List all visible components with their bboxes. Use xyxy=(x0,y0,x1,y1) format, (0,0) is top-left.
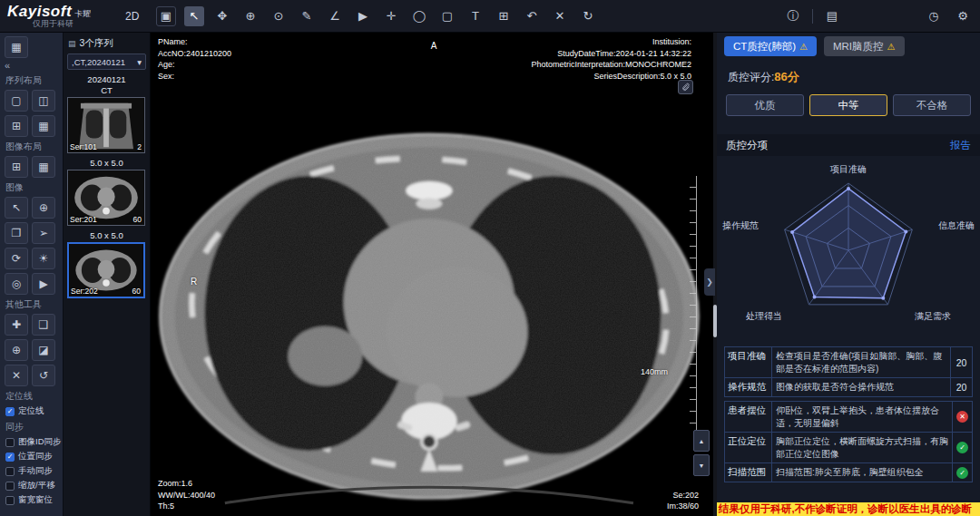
checkbox-box[interactable] xyxy=(5,453,15,462)
checkbox-box[interactable] xyxy=(5,438,15,447)
table-row: 正位定位 胸部正位定位，横断面螺旋方式扫描，有胸部正位定位图像 ✓ xyxy=(725,432,972,462)
checkbox-image-id-sync[interactable]: 图像ID同步 xyxy=(5,436,58,448)
send-tool-icon[interactable]: ➢ xyxy=(32,222,55,244)
series-count-label: 3个序列 xyxy=(80,37,113,50)
cursor-tool-icon[interactable]: ↖ xyxy=(5,197,28,219)
ct-axial-image[interactable] xyxy=(151,33,717,516)
checkbox-window-level-sync[interactable]: 窗宽窗位 xyxy=(5,494,58,506)
thumb-series-number: Ser:201 xyxy=(70,215,97,224)
toolbar-right: ⓘ ▤ ◷ ⚙ xyxy=(783,6,973,26)
add-tool-icon[interactable]: ✚ xyxy=(5,314,28,336)
checkbox-box[interactable] xyxy=(5,407,15,416)
info-icon[interactable]: ⓘ xyxy=(783,6,803,26)
collapse-sidebar-icon[interactable]: « xyxy=(5,60,58,71)
series-dropdown[interactable]: ,CT,20240121 ▾ xyxy=(67,54,146,70)
toolbar-divider xyxy=(812,9,813,24)
pencil-icon[interactable]: ✎ xyxy=(297,6,317,26)
series-thumb-3[interactable]: 5.0 x 5.0 Ser:202 60 xyxy=(67,230,146,298)
copy-tool-icon[interactable]: ❐ xyxy=(5,222,28,244)
play-cursor-icon[interactable]: ▶ xyxy=(353,6,373,26)
ellipse-icon[interactable]: ◯ xyxy=(409,6,429,26)
series-panel: ▤ 3个序列 ,CT,20240121 ▾ 20240121 CT xyxy=(64,33,151,516)
checkbox-label: 窗宽窗位 xyxy=(18,494,53,506)
rotate-icon[interactable]: ↻ xyxy=(578,6,598,26)
img-layout-grid-icon[interactable]: ▦ xyxy=(32,156,55,178)
prev-image-button[interactable]: ▲ xyxy=(693,430,710,452)
layout-1x2-icon[interactable]: ◫ xyxy=(32,90,55,112)
thumb-title: 5.0 x 5.0 xyxy=(67,158,146,169)
brightness-tool-icon[interactable]: ☀ xyxy=(32,248,55,269)
checkbox-position-sync[interactable]: 位置同步 xyxy=(5,451,58,462)
checkbox-box[interactable] xyxy=(5,467,15,476)
qc-tabs: CT质控(肺部) ⚠ MRI脑质控 ⚠ xyxy=(717,33,980,56)
grade-medium-button[interactable]: 中等 xyxy=(809,94,887,116)
layout-2x2-icon[interactable]: ⊞ xyxy=(5,115,28,137)
grade-excellent-button[interactable]: 优质 xyxy=(726,94,804,116)
thumb-series-number: Ser:202 xyxy=(71,287,98,296)
series-thumb-1[interactable]: 20240121 CT Ser:101 2 xyxy=(67,74,146,153)
target-icon[interactable]: ⊙ xyxy=(269,6,289,26)
zoom-tool-icon[interactable]: ⊕ xyxy=(32,197,55,219)
settings-icon[interactable]: ⚙ xyxy=(953,6,973,26)
magnify-tool-icon[interactable]: ⊕ xyxy=(5,339,28,361)
text-icon[interactable]: T xyxy=(466,6,485,26)
capture-icon[interactable]: ▣ xyxy=(156,6,176,26)
undo-icon[interactable]: ↶ xyxy=(522,6,542,26)
top-toolbar: Kayisoft卡耀 仅用于科研 2D ▣ ↖ ✥ ⊕ ⊙ ✎ ∠ ▶ ✛ ◯ … xyxy=(0,0,980,33)
row-desc: 图像的获取是否符合操作规范 xyxy=(772,378,950,396)
qc-subitems-header: 质控分项 报告 xyxy=(717,134,980,156)
checkbox-zoom-pan-sync[interactable]: 缩放/平移 xyxy=(5,480,58,492)
row-name: 正位定位 xyxy=(725,433,772,462)
checkbox-label: 图像ID同步 xyxy=(18,436,62,448)
thumb-image-count: 2 xyxy=(137,142,142,151)
rectangle-icon[interactable]: ▢ xyxy=(437,6,457,26)
checkbox-box[interactable] xyxy=(5,482,15,491)
close-tool-icon[interactable]: ✕ xyxy=(5,365,28,386)
left-sidebar: ▦ « 序列布局 ▢ ◫ ⊞ ▦ 图像布局 ⊞ ▦ 图像 ↖ ⊕ ❐ ➢ ⟳ xyxy=(0,33,64,516)
age-label: Age: xyxy=(158,59,231,71)
qc-table-zone: 项目准确 检查项目是否准确(项目如脑部、胸部、腹部是否在标准的范围内容) 20 … xyxy=(724,346,973,516)
thumbnail-axial-201[interactable]: Ser:201 60 xyxy=(67,170,145,226)
report-link[interactable]: 报告 xyxy=(950,139,971,152)
thumbnail-axial-202-selected[interactable]: Ser:202 60 xyxy=(67,242,145,298)
radar-label-bottom-left: 处理得当 xyxy=(746,310,782,323)
reset-tool-icon[interactable]: ↺ xyxy=(32,365,55,386)
thumbnail-scout[interactable]: Ser:101 2 xyxy=(67,97,145,153)
checkbox-localizer-line[interactable]: 定位线 xyxy=(5,405,58,417)
cursor-icon[interactable]: ↖ xyxy=(184,6,204,26)
comment-tool-icon[interactable]: ❑ xyxy=(32,314,55,336)
settings-tool-icon[interactable]: ◎ xyxy=(5,273,28,295)
qc-score-value: 86分 xyxy=(774,70,799,83)
checkbox-manual-sync[interactable]: 手动同步 xyxy=(5,465,58,477)
zoom-icon[interactable]: ⊕ xyxy=(240,6,260,26)
series-thumb-2[interactable]: 5.0 x 5.0 Ser:201 60 xyxy=(67,158,146,226)
close-icon[interactable]: ✕ xyxy=(550,6,570,26)
panel-icon[interactable]: ▦ xyxy=(5,36,28,58)
angle-icon[interactable]: ∠ xyxy=(325,6,345,26)
pan-icon[interactable]: ✥ xyxy=(212,6,232,26)
toolbar-tools: ▣ ↖ ✥ ⊕ ⊙ ✎ ∠ ▶ ✛ ◯ ▢ T ⊞ ↶ ✕ ↻ xyxy=(156,6,598,26)
attachment-icon[interactable] xyxy=(678,80,693,94)
checkbox-box[interactable] xyxy=(5,496,15,505)
tab-ct-lung-qc[interactable]: CT质控(肺部) ⚠ xyxy=(724,36,817,56)
grade-fail-button[interactable]: 不合格 xyxy=(893,94,971,116)
eraser-tool-icon[interactable]: ◪ xyxy=(32,339,55,361)
rotate-tool-icon[interactable]: ⟳ xyxy=(5,248,28,269)
mode-2d-selector[interactable]: 2D xyxy=(125,10,156,23)
next-image-button[interactable]: ▼ xyxy=(693,454,710,476)
row-desc: 仰卧位，双臂上举抱头，患者体位摆放合适，无明显偏斜 xyxy=(772,402,952,432)
report-icon[interactable]: ▤ xyxy=(822,6,842,26)
play-tool-icon[interactable]: ▶ xyxy=(32,273,55,295)
layout-1x1-icon[interactable]: ▢ xyxy=(5,90,28,112)
collapse-panel-handle[interactable]: ❯ xyxy=(704,268,715,296)
main-viewport[interactable]: PName: AccNO:2401210200 Age: Sex: Instit… xyxy=(151,33,717,516)
grid-icon[interactable]: ⊞ xyxy=(494,6,514,26)
warning-icon: ⚠ xyxy=(887,42,896,52)
history-icon[interactable]: ◷ xyxy=(924,6,944,26)
layout-grid-icon[interactable]: ▦ xyxy=(32,115,55,137)
qc-panel: CT质控(肺部) ⚠ MRI脑质控 ⚠ 质控评分:86分 优质 中等 不合格 质… xyxy=(717,33,980,516)
overlay-zoom-info: Zoom:1.6 WW/WL:400/40 Th:5 xyxy=(158,478,215,512)
tab-mri-brain-qc[interactable]: MRI脑质控 ⚠ xyxy=(824,36,905,56)
crosshair-icon[interactable]: ✛ xyxy=(381,6,401,26)
img-layout-2x2-icon[interactable]: ⊞ xyxy=(5,156,28,178)
